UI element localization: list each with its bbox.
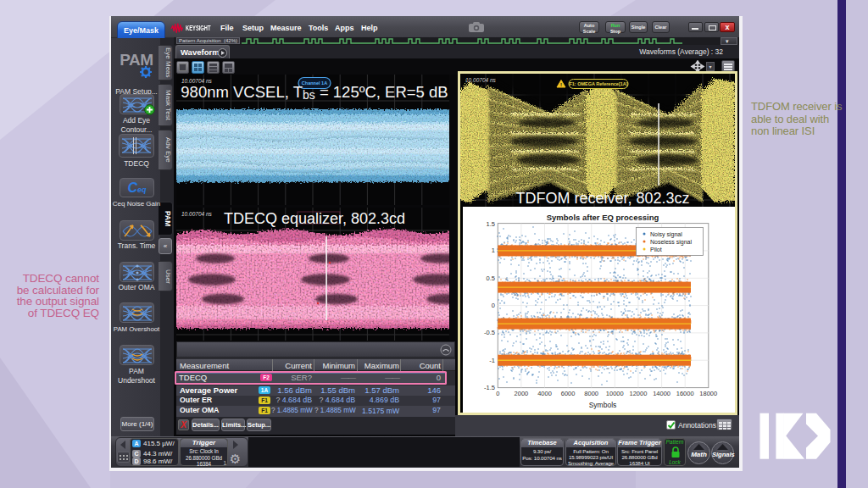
svg-text:Noisy signal: Noisy signal	[650, 231, 682, 238]
svg-text:8000: 8000	[584, 390, 598, 397]
svg-text:-1: -1	[489, 357, 495, 364]
svg-text:1.5: 1.5	[487, 220, 495, 228]
svg-text:6000: 6000	[561, 390, 576, 397]
svg-text:-0.5: -0.5	[484, 329, 495, 336]
svg-text:Symbols: Symbols	[589, 401, 617, 409]
svg-text:0: 0	[492, 302, 495, 309]
svg-text:10000: 10000	[606, 390, 624, 397]
svg-text:12000: 12000	[629, 390, 647, 397]
svg-text:14000: 14000	[653, 390, 670, 397]
svg-text:0.5: 0.5	[487, 274, 495, 282]
svg-text:4000: 4000	[537, 390, 552, 397]
svg-text:Symbols after EQ processing: Symbols after EQ processing	[547, 213, 659, 222]
svg-text:1: 1	[492, 247, 495, 254]
svg-text:Pilot: Pilot	[650, 247, 662, 252]
svg-text:2000: 2000	[515, 390, 529, 397]
svg-text:18000: 18000	[699, 390, 717, 397]
svg-text:-1.5: -1.5	[484, 384, 495, 391]
svg-text:16000: 16000	[676, 390, 694, 397]
svg-text:0: 0	[496, 390, 499, 397]
svg-text:Noseless signal: Noseless signal	[650, 239, 692, 246]
